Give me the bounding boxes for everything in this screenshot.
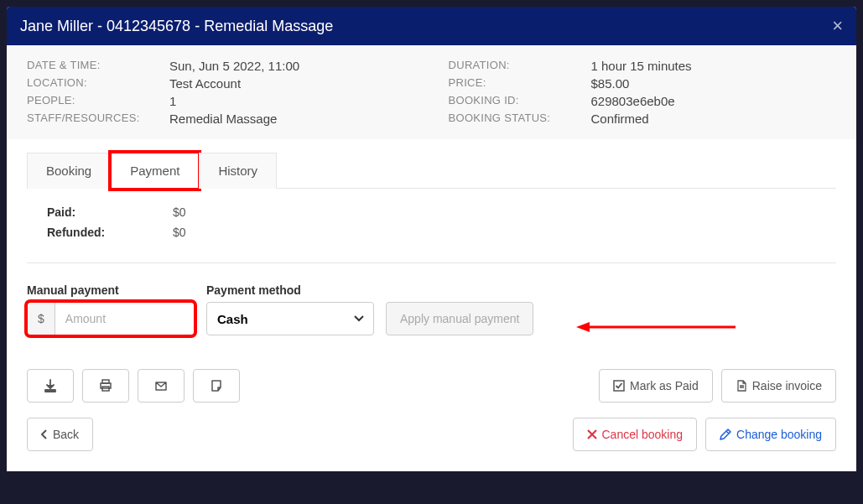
- tab-history[interactable]: History: [199, 153, 277, 189]
- raise-invoice-button[interactable]: Raise invoice: [721, 369, 836, 403]
- document-icon: [736, 380, 747, 392]
- duration-value: 1 hour 15 minutes: [591, 59, 837, 73]
- tab-booking[interactable]: Booking: [27, 153, 111, 189]
- booking-id-label: BOOKING ID:: [449, 94, 591, 108]
- change-booking-label: Change booking: [736, 428, 822, 441]
- tab-payment[interactable]: Payment: [111, 153, 199, 189]
- booking-id-value: 629803e6eb0e: [591, 94, 837, 108]
- amount-input[interactable]: [55, 303, 195, 335]
- close-icon[interactable]: ×: [832, 17, 843, 35]
- date-time-value: Sun, Jun 5 2022, 11:00: [169, 59, 415, 73]
- apply-manual-payment-button[interactable]: Apply manual payment: [386, 302, 533, 335]
- price-label: PRICE:: [449, 76, 591, 91]
- payment-method-select[interactable]: Cash: [206, 302, 374, 335]
- people-value: 1: [169, 94, 415, 108]
- mark-as-paid-button[interactable]: Mark as Paid: [599, 369, 713, 403]
- print-button[interactable]: [82, 369, 129, 403]
- details-left: DATE & TIME: Sun, Jun 5 2022, 11:00 LOCA…: [27, 59, 415, 126]
- download-icon: [44, 379, 57, 392]
- staff-value: Remedial Massage: [169, 112, 415, 126]
- modal-title: Jane Miller - 0412345678 - Remedial Mass…: [20, 18, 333, 35]
- check-square-icon: [613, 380, 625, 392]
- edit-icon: [720, 429, 731, 440]
- status-label: BOOKING STATUS:: [449, 112, 591, 126]
- refunded-value: $0: [173, 226, 836, 239]
- currency-symbol: $: [28, 303, 55, 335]
- location-label: LOCATION:: [27, 76, 169, 91]
- footer-actions-row-2: Back Cancel booking Change booking: [27, 418, 836, 451]
- booking-modal: Jane Miller - 0412345678 - Remedial Mass…: [7, 7, 856, 471]
- manual-payment-label: Manual payment: [27, 283, 195, 297]
- refunded-label: Refunded:: [47, 226, 173, 239]
- tabs: Booking Payment History: [27, 153, 836, 189]
- chevron-left-icon: [41, 429, 48, 439]
- modal-header: Jane Miller - 0412345678 - Remedial Mass…: [7, 7, 856, 45]
- change-booking-button[interactable]: Change booking: [705, 418, 836, 451]
- raise-invoice-label: Raise invoice: [752, 379, 822, 392]
- note-icon: [210, 379, 223, 392]
- status-value: Confirmed: [591, 112, 837, 126]
- location-value: Test Account: [169, 76, 415, 91]
- people-label: PEOPLE:: [27, 94, 169, 108]
- amount-input-group: $: [27, 302, 195, 335]
- download-button[interactable]: [27, 369, 74, 403]
- footer-actions-row-1: Mark as Paid Raise invoice: [27, 369, 836, 403]
- paid-value: $0: [173, 205, 836, 219]
- details-right: DURATION: 1 hour 15 minutes PRICE: $85.0…: [449, 59, 837, 126]
- payment-method-label: Payment method: [206, 283, 374, 297]
- booking-details: DATE & TIME: Sun, Jun 5 2022, 11:00 LOCA…: [7, 45, 856, 139]
- payment-summary: Paid: $0 Refunded: $0: [27, 205, 836, 263]
- back-button[interactable]: Back: [27, 418, 93, 451]
- x-icon: [587, 429, 597, 439]
- envelope-icon: [154, 379, 168, 392]
- back-label: Back: [53, 428, 79, 441]
- paid-label: Paid:: [47, 205, 173, 219]
- svg-marker-1: [576, 322, 590, 332]
- staff-label: STAFF/RESOURCES:: [27, 112, 169, 126]
- price-value: $85.00: [591, 76, 837, 91]
- modal-body: Booking Payment History Paid: $0 Refunde…: [7, 139, 856, 471]
- mark-as-paid-label: Mark as Paid: [630, 379, 699, 392]
- duration-label: DURATION:: [449, 59, 591, 73]
- note-button[interactable]: [193, 369, 240, 403]
- print-icon: [99, 379, 112, 392]
- date-time-label: DATE & TIME:: [27, 59, 169, 73]
- annotation-arrow-icon: [576, 319, 736, 335]
- email-button[interactable]: [138, 369, 185, 403]
- manual-payment-form: Manual payment $ Payment method Cash: [27, 283, 836, 335]
- cancel-booking-button[interactable]: Cancel booking: [573, 418, 698, 451]
- cancel-booking-label: Cancel booking: [602, 428, 684, 441]
